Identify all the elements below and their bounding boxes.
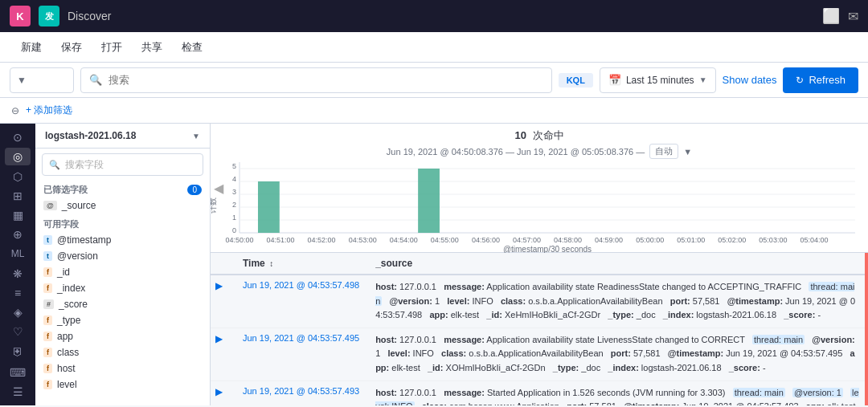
svg-text:04:50:00: 04:50:00 (225, 236, 253, 244)
id-type-badge: f (43, 267, 52, 277)
app-title: Discover (68, 10, 111, 22)
refresh-button[interactable]: ↻ Refresh (783, 67, 858, 93)
field-item[interactable]: t @timestamp (35, 232, 210, 248)
source-cell-2: host: 127.0.0.1 message: Application ava… (367, 328, 868, 381)
monitor-icon[interactable]: ⬜ (822, 7, 840, 25)
visualize-icon[interactable]: ⬡ (5, 167, 31, 185)
source-cell-3: host: 127.0.0.1 message: Started Applica… (367, 381, 868, 405)
expand-row-1-icon[interactable]: ▶ (215, 280, 223, 291)
score-type-badge: # (43, 299, 54, 309)
time-col-header[interactable]: Time ↕ (235, 253, 367, 275)
field-item[interactable]: f level (35, 376, 210, 393)
add-filter-button[interactable]: + 添加筛选 (26, 104, 72, 117)
version-type-badge: t (43, 251, 52, 261)
save-button[interactable]: 保存 (53, 37, 90, 58)
app-field-name: app (57, 331, 73, 342)
hits-count: 10 (514, 129, 526, 141)
canvas-icon[interactable]: ▦ (5, 206, 31, 224)
filter-icon: ⊖ (11, 105, 19, 116)
field-item[interactable]: t @version (35, 248, 210, 264)
show-dates-button[interactable]: Show dates (723, 74, 777, 86)
chart-collapse-button[interactable]: ◀ (214, 181, 223, 196)
field-search-placeholder: 搜索字段 (65, 158, 104, 172)
search-input-wrap[interactable]: 🔍 (80, 67, 552, 93)
type-field-name: _type (57, 315, 80, 326)
chart-auto-dropdown[interactable]: ▼ (683, 147, 692, 157)
field-item[interactable]: f _id (35, 264, 210, 280)
type-type-badge: f (43, 315, 52, 325)
app-type-badge: f (43, 332, 52, 341)
expand-row-3-icon[interactable]: ▶ (215, 386, 223, 397)
selected-fields-label: 已筛选字段 (43, 184, 88, 196)
hits-label: 次命中 (533, 129, 564, 141)
field-item[interactable]: f _type (35, 312, 210, 328)
svg-text:04:59:00: 04:59:00 (595, 236, 623, 244)
svg-text:5: 5 (232, 162, 236, 170)
open-button[interactable]: 打开 (93, 37, 130, 58)
time-picker-label: Last 15 minutes (626, 75, 694, 86)
source-field-name: _source (62, 200, 96, 211)
svg-text:04:51:00: 04:51:00 (267, 236, 295, 244)
time-picker[interactable]: 📅 Last 15 minutes ▼ (600, 67, 716, 93)
score-field-name: _score (59, 299, 88, 310)
chart-time-range: Jun 19, 2021 @ 04:50:08.376 — Jun 19, 20… (387, 147, 645, 157)
class-type-badge: f (43, 348, 52, 357)
field-item[interactable]: # _score (35, 296, 210, 312)
field-search-icon: 🔍 (49, 160, 60, 170)
version-field-name: @version (57, 250, 98, 262)
filter-icon: ▼ (17, 75, 27, 86)
stack-icon[interactable]: ≡ (5, 284, 31, 302)
svg-text:05:03:00: 05:03:00 (759, 236, 787, 244)
svg-text:3: 3 (232, 188, 236, 196)
svg-text:04:55:00: 04:55:00 (431, 236, 459, 244)
svg-text:04:53:00: 04:53:00 (349, 236, 377, 244)
siem-icon[interactable]: ⛨ (5, 342, 31, 360)
svg-text:05:04:00: 05:04:00 (800, 236, 828, 244)
dashboard-icon[interactable]: ⊞ (5, 187, 31, 205)
host-type-badge: f (43, 364, 52, 373)
field-item[interactable]: f _index (35, 280, 210, 296)
timestamp-type-badge: t (43, 235, 52, 245)
kql-badge[interactable]: KQL (559, 73, 593, 88)
stack-management-icon[interactable]: ☰ (5, 383, 31, 401)
index-name[interactable]: logstash-2021.06.18 (45, 130, 136, 141)
new-button[interactable]: 新建 (13, 37, 50, 58)
field-item[interactable]: f app (35, 328, 210, 344)
table-row: ▶ Jun 19, 2021 @ 04:53:57.493 host: 127.… (211, 381, 868, 405)
uptime-icon[interactable]: ♡ (5, 323, 31, 340)
index-type-badge: f (43, 283, 52, 293)
time-cell-2: Jun 19, 2021 @ 04:53:57.495 (235, 328, 367, 381)
svg-text:05:01:00: 05:01:00 (677, 236, 705, 244)
level-field-name: level (57, 379, 77, 390)
svg-text:04:54:00: 04:54:00 (390, 236, 418, 244)
inspect-button[interactable]: 检查 (174, 37, 211, 58)
svg-text:04:56:00: 04:56:00 (472, 236, 500, 244)
maps-icon[interactable]: ⊕ (5, 226, 31, 243)
apm-icon[interactable]: ◈ (5, 303, 31, 321)
share-button[interactable]: 共享 (133, 37, 170, 58)
id-field-name: _id (57, 267, 70, 278)
home-icon[interactable]: ⊙ (5, 128, 31, 146)
dev-tools-icon[interactable]: ⌨ (5, 364, 31, 381)
search-input[interactable] (108, 74, 543, 86)
mail-icon[interactable]: ✉ (848, 9, 858, 24)
svg-text:04:52:00: 04:52:00 (308, 236, 336, 244)
ml-icon[interactable]: ML (5, 245, 31, 263)
data-icon[interactable]: ❋ (5, 265, 31, 283)
field-item[interactable]: f class (35, 344, 210, 360)
selected-field-source[interactable]: @ _source (35, 197, 210, 214)
discover-icon[interactable]: ◎ (5, 148, 31, 165)
expand-col-header (211, 253, 235, 275)
filter-toggle[interactable]: ⊖ (11, 105, 19, 116)
chart-bar-2 (418, 169, 440, 233)
class-field-name: class (57, 347, 79, 358)
svg-text:计数: 计数 (211, 197, 217, 214)
index-dropdown-icon[interactable]: ▼ (192, 132, 200, 140)
field-search-input[interactable]: 🔍 搜索字段 (42, 153, 203, 176)
search-icon: 🔍 (89, 74, 102, 86)
expand-row-2-icon[interactable]: ▶ (215, 333, 223, 344)
field-item[interactable]: f host (35, 360, 210, 376)
source-field-badge: @ (43, 201, 57, 210)
svg-text:1: 1 (232, 214, 236, 222)
chart-bar-1 (258, 181, 280, 233)
